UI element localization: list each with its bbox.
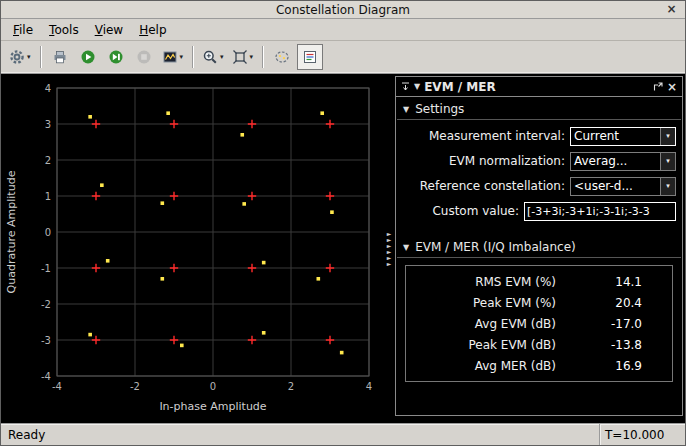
collapse-panel-icon[interactable]: ▼ xyxy=(414,82,420,91)
highlight-constellation-button[interactable] xyxy=(269,44,295,70)
chevron-down-icon[interactable]: ▾ xyxy=(660,153,675,170)
measurement-row: Avg MER (dB)16.9 xyxy=(406,355,672,376)
toolbar-separator xyxy=(192,46,193,68)
svg-text:0: 0 xyxy=(45,227,51,238)
panel-title: EVM / MER xyxy=(424,80,649,94)
measurement-label: RMS EVM (%) xyxy=(406,275,556,289)
settings-button[interactable]: ▾ xyxy=(6,44,34,70)
settings-section-header[interactable]: ▼ Settings xyxy=(397,97,681,120)
constellation-plot[interactable]: -4-2024-4-3-2-101234In-phase AmplitudeQu… xyxy=(1,74,383,422)
content-area: -4-2024-4-3-2-101234In-phase AmplitudeQu… xyxy=(1,74,685,423)
measurements-panel-icon xyxy=(302,49,318,65)
menu-bar: FileToolsViewHelp xyxy=(1,19,685,41)
evm-normalization-value: Averag... xyxy=(571,154,660,168)
svg-text:-4: -4 xyxy=(41,371,51,382)
toolbar: ▾▾▾▾ xyxy=(1,41,685,74)
fit-to-view-icon xyxy=(232,49,248,65)
settings-header-label: Settings xyxy=(415,102,464,116)
dropdown-arrow-icon[interactable]: ▾ xyxy=(180,53,184,61)
reference-constellation-row: Reference constellation:<user-d...▾ xyxy=(400,176,676,196)
measurement-label: Avg MER (dB) xyxy=(406,359,556,373)
window-title: Constellation Diagram xyxy=(1,3,685,17)
svg-text:0: 0 xyxy=(210,381,216,392)
menu-help[interactable]: Help xyxy=(131,20,174,40)
measurement-interval-row: Measurement interval:Current▾ xyxy=(400,126,676,146)
measurements-header-label: EVM / MER (I/Q Imbalance) xyxy=(415,240,576,254)
measurement-value: 20.4 xyxy=(556,296,672,310)
constellation-icon xyxy=(274,49,290,65)
svg-text:2: 2 xyxy=(288,381,294,392)
settings-rows: Measurement interval:Current▾EVM normali… xyxy=(396,120,682,225)
reference-constellation-select[interactable]: <user-d...▾ xyxy=(570,177,676,196)
constellation-diagram-window: Constellation Diagram × FileToolsViewHel… xyxy=(0,0,686,446)
status-bar: Ready T=10.000 xyxy=(1,423,685,445)
menu-tools[interactable]: Tools xyxy=(41,20,87,40)
dock-icon[interactable] xyxy=(401,82,410,91)
toolbar-separator xyxy=(262,46,263,68)
stop-button xyxy=(131,44,157,70)
fit-to-view-button[interactable]: ▾ xyxy=(229,44,257,70)
style-settings-button[interactable]: ▾ xyxy=(159,44,187,70)
svg-text:-4: -4 xyxy=(52,381,62,392)
svg-text:-2: -2 xyxy=(41,299,51,310)
svg-text:-1: -1 xyxy=(41,263,51,274)
measurement-label: Peak EVM (%) xyxy=(406,296,556,310)
measurement-label: Peak EVM (dB) xyxy=(406,338,556,352)
chevron-down-icon: ▼ xyxy=(403,243,409,252)
measured-points xyxy=(88,111,343,354)
measurement-row: Peak EVM (%)20.4 xyxy=(406,292,672,313)
run-icon xyxy=(80,49,96,65)
measurement-value: 14.1 xyxy=(556,275,672,289)
chevron-down-icon: ▼ xyxy=(403,105,409,114)
status-text: Ready xyxy=(1,428,599,442)
custom-value-input[interactable] xyxy=(524,202,676,221)
print-button[interactable] xyxy=(47,44,73,70)
chevron-down-icon[interactable]: ▾ xyxy=(660,178,675,195)
measurement-value: 16.9 xyxy=(556,359,672,373)
reference-constellation-value: <user-d... xyxy=(571,179,660,193)
zoom-icon xyxy=(202,49,218,65)
dropdown-arrow-icon[interactable]: ▾ xyxy=(250,53,254,61)
measurement-interval-select[interactable]: Current▾ xyxy=(570,127,676,146)
svg-text:-3: -3 xyxy=(41,335,51,346)
svg-text:2: 2 xyxy=(45,155,51,166)
grid xyxy=(57,88,369,376)
measurement-row: RMS EVM (%)14.1 xyxy=(406,271,672,292)
stop-icon xyxy=(136,49,152,65)
measurements-box: RMS EVM (%)14.1Peak EVM (%)20.4Avg EVM (… xyxy=(405,265,673,382)
reference-constellation-label: Reference constellation: xyxy=(400,179,565,193)
dropdown-arrow-icon[interactable]: ▾ xyxy=(27,53,31,61)
evm-normalization-label: EVM normalization: xyxy=(400,154,565,168)
measurements-section-header[interactable]: ▼ EVM / MER (I/Q Imbalance) xyxy=(397,235,681,258)
simulation-time: T=10.000 xyxy=(599,424,685,445)
x-tick-labels: -4-2024 xyxy=(52,381,372,392)
measurement-label: Avg EVM (dB) xyxy=(406,317,556,331)
measurement-interval-value: Current xyxy=(571,129,660,143)
measurement-row: Avg EVM (dB)-17.0 xyxy=(406,313,672,334)
evm-normalization-row: EVM normalization:Averag...▾ xyxy=(400,151,676,171)
plot-area: -4-2024-4-3-2-101234In-phase AmplitudeQu… xyxy=(1,74,383,423)
measurements-rows: RMS EVM (%)14.1Peak EVM (%)20.4Avg EVM (… xyxy=(406,271,672,376)
svg-text:4: 4 xyxy=(366,381,372,392)
panel-collapse-splitter[interactable]: ►►►►►► xyxy=(383,74,395,423)
panel-close-icon[interactable]: × xyxy=(667,80,677,94)
zoom-button[interactable]: ▾ xyxy=(199,44,227,70)
close-icon[interactable]: × xyxy=(664,2,679,17)
measurement-row: Peak EVM (dB)-13.8 xyxy=(406,334,672,355)
y-tick-labels: -4-3-2-101234 xyxy=(41,83,51,382)
step-forward-button[interactable] xyxy=(103,44,129,70)
run-button[interactable] xyxy=(75,44,101,70)
undock-icon[interactable] xyxy=(653,82,663,92)
svg-text:1: 1 xyxy=(45,191,51,202)
chevron-down-icon[interactable]: ▾ xyxy=(660,128,675,145)
evm-normalization-select[interactable]: Averag...▾ xyxy=(570,152,676,171)
measurements-panel-button[interactable] xyxy=(297,44,323,70)
menu-file[interactable]: File xyxy=(5,20,41,40)
custom-value-label: Custom value: xyxy=(400,204,519,218)
dropdown-arrow-icon[interactable]: ▾ xyxy=(220,53,224,61)
x-axis-label: In-phase Amplitude xyxy=(159,400,266,413)
measurement-interval-label: Measurement interval: xyxy=(400,129,565,143)
step-forward-icon xyxy=(108,49,124,65)
menu-view[interactable]: View xyxy=(87,20,131,40)
scope-icon xyxy=(162,49,178,65)
